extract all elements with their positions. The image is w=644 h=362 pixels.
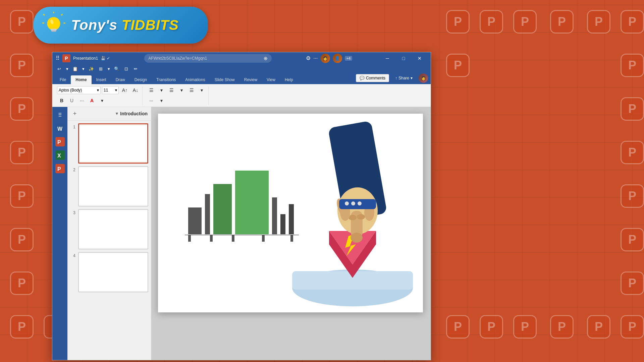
slide-number-1: 1 [70, 123, 75, 129]
align-dropdown[interactable]: ▾ [197, 85, 206, 95]
bold-button[interactable]: B [57, 96, 66, 105]
magic-button[interactable]: ✨ [87, 65, 95, 72]
slide-thumb-2[interactable] [78, 166, 148, 206]
svg-rect-27 [232, 235, 234, 242]
clipboard-dropdown[interactable]: ▾ [80, 65, 86, 72]
svg-point-38 [351, 233, 363, 243]
excel-icon[interactable]: X [54, 149, 66, 161]
slide-item-1: 1 [70, 123, 148, 164]
comments-label: Comments [366, 76, 385, 80]
grid-icon: ⠿ [56, 55, 60, 61]
more-para-dropdown[interactable]: ▾ [157, 96, 166, 105]
bullets-dropdown[interactable]: ▾ [157, 85, 166, 95]
comment-icon: 💬 [360, 76, 365, 80]
outline-toggle[interactable]: ▼ [115, 111, 119, 116]
bullets-button[interactable]: ☰ [147, 85, 156, 95]
decrease-font-button[interactable]: A↓ [131, 85, 140, 95]
p-logo-r13: P [621, 272, 644, 295]
font-selector[interactable]: Aptos (Body) ▾ [57, 86, 101, 94]
numbering-button[interactable]: ☰ [167, 85, 176, 95]
font-color-dropdown[interactable]: ▾ [97, 96, 107, 105]
apps-icon[interactable]: ⠿ [54, 109, 66, 121]
p-logo-r8: P [621, 54, 644, 77]
p-logo-r5: P [587, 10, 610, 34]
svg-point-5 [47, 17, 60, 30]
font-color-button[interactable]: A [87, 96, 97, 105]
svg-text:W: W [57, 126, 63, 132]
tab-slideshow[interactable]: Slide Show [210, 75, 239, 84]
align-button[interactable]: ☰ [187, 85, 196, 95]
settings-icon[interactable]: ⚙ [306, 55, 311, 61]
tab-view[interactable]: View [262, 75, 280, 84]
title-bar-right: ⚙ ··· 👩 👤 +4 [306, 54, 352, 63]
svg-rect-28 [262, 235, 265, 242]
minimize-button[interactable]: ─ [380, 52, 395, 64]
tab-draw[interactable]: Draw [111, 75, 130, 84]
maximize-button[interactable]: □ [396, 52, 411, 64]
crop-button[interactable]: ⊡ [122, 65, 130, 72]
svg-text:X: X [57, 153, 61, 159]
numbering-dropdown[interactable]: ▾ [177, 85, 186, 95]
svg-point-46 [351, 201, 355, 205]
p-logo-1: P [10, 10, 34, 34]
tab-design[interactable]: Design [130, 75, 152, 84]
slide-thumb-4[interactable] [78, 252, 148, 292]
draw-button[interactable]: ✏ [131, 65, 140, 72]
svg-rect-7 [51, 31, 56, 32]
slide-layout-dropdown[interactable]: ▾ [106, 65, 111, 72]
font-size-selector[interactable]: 11 ▾ [102, 86, 119, 94]
clipboard-button[interactable]: 📋 [71, 65, 79, 72]
font-group: Aptos (Body) ▾ 11 ▾ A↑ A↓ B U ··· [55, 86, 143, 105]
tab-animations[interactable]: Animations [180, 75, 210, 84]
add-slide-button[interactable]: + [71, 110, 79, 118]
user-avatar-2: 👤 [333, 54, 342, 63]
underline-button[interactable]: U [67, 96, 76, 105]
tab-file[interactable]: File [55, 75, 71, 84]
slide-thumb-1[interactable] [78, 123, 148, 164]
title-bar-controls: ─ □ ✕ [380, 52, 427, 64]
p-logo-r14: P [621, 315, 644, 339]
tab-insert[interactable]: Insert [92, 75, 111, 84]
p-logo-7: P [10, 228, 34, 251]
tab-transitions[interactable]: Transitions [152, 75, 180, 84]
powerpoint-icon[interactable]: P [54, 136, 66, 148]
share-label: Share [398, 76, 409, 80]
p-logo-r4: P [550, 10, 574, 34]
svg-rect-21 [272, 197, 277, 234]
zoom-button[interactable]: 🔍 [113, 65, 121, 72]
p-logo-r18: P [480, 315, 503, 339]
tab-help[interactable]: Help [280, 75, 298, 84]
more-para-button[interactable]: ··· [147, 96, 156, 105]
p-logo-9: P [10, 315, 34, 339]
slide-canvas [158, 114, 423, 312]
slide-layout-button[interactable]: ⊞ [97, 65, 105, 72]
svg-point-47 [358, 201, 362, 205]
tab-home[interactable]: Home [71, 75, 91, 84]
undo-button[interactable]: ↩ [55, 65, 63, 72]
app-sidebar: ⠿ W P X [52, 107, 67, 360]
svg-rect-18 [205, 194, 210, 234]
window-title: Presentation1 [73, 56, 98, 61]
p-logo-r9: P [621, 97, 644, 121]
banner-title: Tony's TIDBITS [71, 17, 179, 33]
share-dropdown-icon: ▾ [411, 76, 413, 80]
p-logo-4: P [10, 97, 34, 121]
increase-font-button[interactable]: A↑ [120, 85, 129, 95]
close-button[interactable]: ✕ [412, 52, 427, 64]
slide-panel: + ▼ Introduction 1 [67, 107, 151, 360]
font-size-dropdown-icon: ▾ [115, 88, 117, 93]
undo-dropdown[interactable]: ▾ [64, 65, 70, 72]
svg-point-45 [345, 201, 349, 205]
more-font-button[interactable]: ··· [77, 96, 87, 105]
tab-review[interactable]: Review [239, 75, 262, 84]
word-icon[interactable]: W [54, 122, 66, 134]
share-button[interactable]: ↑ Share ▾ [391, 74, 417, 82]
powerpoint-icon-2[interactable]: P [54, 163, 66, 175]
slide-thumb-3[interactable] [78, 209, 148, 249]
svg-rect-29 [290, 235, 293, 242]
svg-rect-6 [51, 29, 57, 31]
outline-section: ▼ Introduction [115, 111, 148, 116]
comments-button[interactable]: 💬 Comments [356, 74, 389, 82]
more-icon[interactable]: ··· [313, 55, 318, 61]
p-logo-8: P [10, 272, 34, 295]
